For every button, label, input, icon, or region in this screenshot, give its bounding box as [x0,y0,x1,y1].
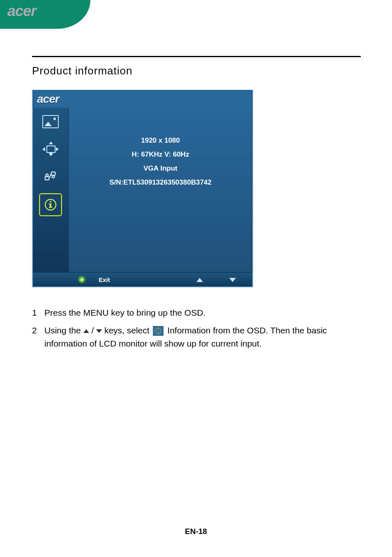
svg-rect-8 [49,207,52,208]
text-fragment: Using the [44,326,83,335]
instruction-text: Press the MENU key to bring up the OSD. [44,306,205,320]
instruction-number: 2 [32,324,44,351]
up-triangle-icon [83,329,89,333]
page-content: Product information acer [32,56,361,355]
osd-panel: acer [32,90,253,287]
down-arrow-icon[interactable] [229,278,236,282]
instruction-number: 1 [32,306,44,320]
osd-brand-logo: acer [37,92,59,106]
osd-header: acer [33,90,252,108]
inline-info-icon [153,326,164,336]
osd-sidebar [33,108,69,272]
picture-icon[interactable] [41,112,60,132]
svg-point-1 [46,174,48,176]
svg-point-5 [50,201,51,203]
instruction-item-2: 2 Using the / keys, select Information f… [32,324,361,351]
instruction-list: 1 Press the MENU key to bring up the OSD… [32,306,361,351]
brand-logo: acer [7,2,36,20]
svg-point-10 [158,329,159,330]
svg-rect-0 [45,177,49,180]
osd-body: 1920 x 1080 H: 67KHz V: 60Hz VGA Input S… [33,108,252,272]
exit-label[interactable]: Exit [99,276,110,283]
input-value: VGA Input [143,164,177,173]
info-icon[interactable] [39,193,62,216]
svg-point-3 [52,176,55,178]
osd-footer: e Exit [33,272,252,287]
text-fragment: keys, select [102,326,152,335]
serial-value: S/N:ETL53091326350380B3742 [109,178,212,187]
empowering-icon[interactable]: e [78,276,85,283]
osd-info-pane: 1920 x 1080 H: 67KHz V: 60Hz VGA Input S… [69,108,252,272]
section-title: Product information [32,65,361,77]
svg-rect-2 [51,172,55,176]
header-swoosh: acer [0,0,90,29]
settings-icon[interactable] [41,166,60,186]
text-fragment: / [89,326,97,335]
resolution-value: 1920 x 1080 [141,136,180,145]
down-triangle-icon [96,329,102,333]
position-icon[interactable] [41,139,60,159]
instruction-text: Using the / keys, select Information fro… [44,324,361,351]
svg-rect-7 [49,203,51,205]
page-number: EN-18 [0,527,392,536]
instruction-item-1: 1 Press the MENU key to bring up the OSD… [32,306,361,320]
svg-rect-11 [158,331,159,333]
frequency-value: H: 67KHz V: 60Hz [132,150,189,159]
up-arrow-icon[interactable] [196,278,203,282]
horizontal-rule [32,56,361,57]
